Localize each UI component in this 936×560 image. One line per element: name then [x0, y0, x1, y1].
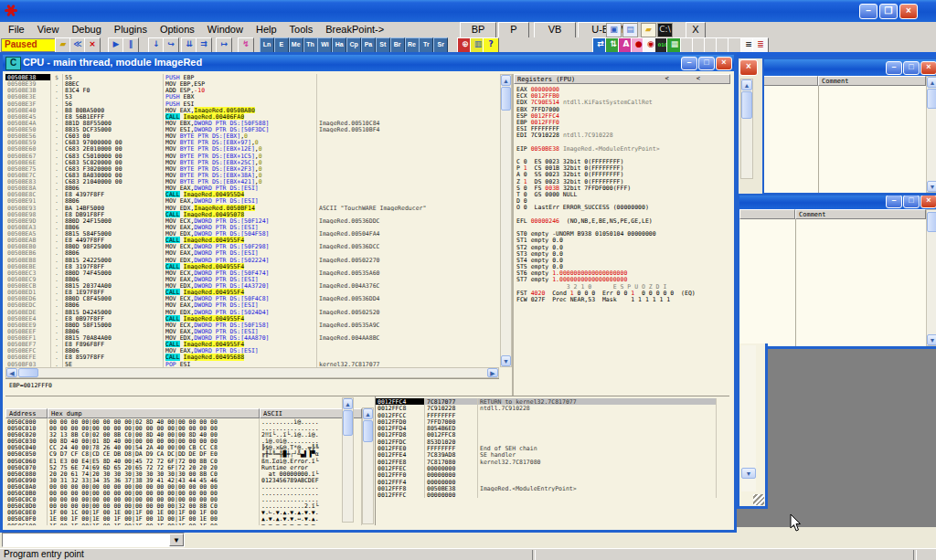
disasm-row[interactable]: 0050BEF1.8B15 70A84A00MOV EDX,DWORD PTR … — [5, 334, 499, 341]
registers-pane[interactable]: Registers (FPU) << EAX 00000000ECX 0012F… — [512, 74, 730, 396]
command-combo-box[interactable]: ▼ — [2, 533, 185, 547]
stack-scrollbar[interactable]: ▲ — [342, 397, 354, 523]
register-line[interactable]: A 0 SS 0023 32bit 0(FFFFFFFF) — [514, 171, 730, 177]
panel-button-me[interactable]: Me — [289, 37, 303, 53]
notes-icon[interactable]: ▤ — [622, 23, 638, 37]
disasm-row[interactable]: 0050BEB8.8B15 24225000MOV EDX,DWORD PTR … — [5, 257, 499, 263]
maximize-icon[interactable]: □ — [903, 61, 920, 75]
stack-pane[interactable]: 0012FFC47C817077RETURN to kernel32.7C817… — [375, 396, 729, 525]
register-line[interactable]: EBX 7FFD7000 — [514, 106, 730, 112]
register-line[interactable]: EAX 00000000 — [514, 86, 730, 92]
dump-row[interactable]: 0050C03000 8D 40 00|01 8D 40 00|00 00 00… — [5, 438, 362, 444]
panel-button-th[interactable]: Th — [303, 37, 318, 53]
register-line[interactable]: O 0 LastErr ERROR_SUCCESS (00000000) — [514, 204, 730, 210]
disasm-row[interactable]: 0050BE98.E8 DB91F8FFCALL ImageRed.004950… — [5, 211, 499, 217]
register-line[interactable]: ST5 empty 0.0 — [514, 263, 730, 269]
minimize-icon[interactable]: – — [886, 61, 902, 75]
menu-button-p[interactable]: P — [498, 22, 529, 38]
disasm-row[interactable]: 0050BED1.E8 1E97F8FFCALL ImageRed.004955… — [5, 289, 499, 295]
menu-item-breakpoint[interactable]: BreakPoint-> — [319, 23, 390, 36]
close-icon[interactable]: × — [920, 195, 936, 208]
stack-row[interactable]: 0012FFE87C817080kernel32.7C817080 — [376, 459, 717, 465]
disasm-row[interactable]: 0050BEB6.8B06MOV EAX,DWORD PTR DS:[ESI] — [5, 249, 499, 256]
stack-row[interactable]: 0012FFC47C817077RETURN to kernel32.7C817… — [376, 398, 717, 405]
goto-button[interactable]: ↯ — [238, 37, 254, 53]
disasm-row[interactable]: 0050BEB0.8B0D 98F25000MOV ECX,DWORD PTR … — [5, 243, 499, 249]
register-line[interactable]: EDX 7C90E514 ntdll.KiFastSystemCallRet — [514, 99, 730, 105]
dump-row[interactable]: 0050C1001F 00 1F 00|1F 00 1F 00|1F 00 1F… — [5, 523, 362, 526]
panel-button-sr[interactable]: Sr — [433, 37, 448, 53]
scroll-thumb[interactable] — [927, 89, 936, 109]
scroll-right-icon[interactable]: ▶ — [487, 368, 498, 377]
menu-item-file[interactable]: File — [2, 23, 31, 36]
dump-row[interactable]: 0050C00000 00 00 00|00 00 00 00|02 8D 40… — [5, 418, 362, 425]
register-line[interactable]: EIP 0050BE38 ImageRed.<ModuleEntryPoint> — [514, 145, 730, 152]
scrollbar[interactable]: ▼ — [741, 345, 756, 491]
disasm-row[interactable]: 0050BEE4.E8 0B97F8FFCALL ImageRed.004955… — [5, 315, 499, 322]
chevron-down-icon[interactable]: ▼ — [169, 534, 184, 546]
scrollbar[interactable]: ▼ — [926, 209, 936, 346]
disasm-row[interactable]: 0050BEDE.8B15 D4245000MOV EDX,DWORD PTR … — [5, 309, 499, 315]
resize-grip-icon[interactable] — [753, 494, 764, 505]
minimize-icon[interactable]: – — [681, 57, 697, 70]
dump-row[interactable]: 0050C0B000 00 00 00|00 00 00 00|00 00 00… — [5, 490, 362, 496]
disasm-row[interactable]: 0050BE56.C603 00MOV BYTE PTR DS:[EBX],0 — [5, 132, 499, 139]
minimize-icon[interactable]: – — [886, 195, 902, 208]
dump-scrollbar[interactable]: ▲ — [362, 407, 374, 524]
toolbar-close-button[interactable]: X — [686, 22, 706, 38]
panel-button-br[interactable]: Br — [390, 37, 405, 53]
scroll-down-icon[interactable]: ▼ — [501, 355, 511, 366]
hex-dump-pane[interactable]: AddressHex dumpASCII 0050C00000 00 00 00… — [5, 396, 375, 525]
register-line[interactable] — [514, 224, 730, 230]
panel-button-ln[interactable]: Ln — [260, 37, 274, 53]
disasm-row[interactable]: 0050BECB.8B15 20374A00MOV EDX,DWORD PTR … — [5, 282, 499, 289]
disasm-row[interactable]: 0050BED6.8B0D C8F45000MOV ECX,DWORD PTR … — [5, 295, 499, 301]
disasm-row[interactable]: 0050BE39.8BECMOV EBP,ESP — [5, 80, 499, 87]
register-line[interactable] — [514, 139, 730, 145]
title-bar[interactable]: – ❐ × — [0, 0, 936, 22]
menu-item-help[interactable]: Help — [250, 23, 283, 36]
disasm-row[interactable]: 0050BE75.C683 F3020000 00MOV BYTE PTR DS… — [5, 165, 499, 172]
scroll-up-icon[interactable]: ▲ — [343, 398, 353, 409]
step-over-button[interactable]: ↪ — [163, 37, 179, 53]
register-line[interactable]: P 1 CS 001B 32bit 0(FFFFFFFF) — [514, 164, 730, 171]
scroll-thumb[interactable] — [343, 410, 353, 436]
disasm-row[interactable]: 0050BE67.C683 C5010000 00MOV BYTE PTR DS… — [5, 153, 499, 159]
stack-row[interactable]: 0012FFC87C910228ntdll.7C910228 — [376, 405, 717, 411]
cpu-window[interactable]: C CPU - main thread, module ImageRed – □… — [0, 52, 737, 533]
disasm-row[interactable]: 0050BE6E.C683 5C020000 00MOV BYTE PTR DS… — [5, 159, 499, 165]
folder-icon[interactable]: ▰ — [641, 23, 656, 37]
register-line[interactable]: D 0 — [514, 197, 730, 204]
disasm-row[interactable]: 0050BE60.C683 2E010000 00MOV BYTE PTR DS… — [5, 145, 499, 152]
registers-nav-icons[interactable]: << — [665, 75, 728, 82]
stack-row[interactable]: 0012FFD07FFD7000 — [376, 418, 717, 425]
stack-row[interactable]: 0012FFCCFFFFFFFF — [376, 412, 717, 418]
register-line[interactable]: T 0 GS 0000 NULL — [514, 191, 730, 197]
register-line[interactable]: ST7 empty 1.0000000000000000000 — [514, 276, 730, 282]
register-line[interactable]: ST4 empty 0.0 — [514, 257, 730, 263]
scroll-up-icon[interactable]: ▲ — [741, 79, 752, 90]
stack-row[interactable]: 0012FFEC00000000 — [376, 465, 717, 471]
register-line[interactable]: ST0 empty -UNORM B938 01050104 00000000 — [514, 230, 730, 237]
disasm-row[interactable]: 0050BE4A.8B1D 88F55000MOV EBX,DWORD PTR … — [5, 120, 499, 126]
panel-button-cp[interactable]: Cp — [346, 37, 361, 53]
dump-row[interactable]: 0050C0D000 00 00 00|00 00 00 00|00 00 00… — [5, 502, 362, 509]
disassembly-pane[interactable]: 0050BE38$55PUSH EBP0050BE39.8BECMOV EBP,… — [5, 74, 499, 367]
disassembly-hscrollbar[interactable]: ◀ ▶ — [5, 367, 499, 378]
menu-item-view[interactable]: View — [31, 23, 66, 36]
close-icon[interactable]: × — [899, 4, 918, 19]
disasm-row[interactable]: 0050BE50.8B35 DCF35000MOV ESI,DWORD PTR … — [5, 126, 499, 132]
disasm-row[interactable]: 0050BEA5.8B15 584F5000MOV EDX,DWORD PTR … — [5, 230, 499, 237]
pages-icon[interactable]: ▣ — [606, 23, 622, 37]
disasm-row[interactable]: 0050BEFC.8B06MOV EAX,DWORD PTR DS:[ESI] — [5, 347, 499, 354]
disasm-row[interactable]: 0050BE83.C683 21040000 00MOV BYTE PTR DS… — [5, 178, 499, 185]
scroll-up-icon[interactable]: ▲ — [927, 77, 936, 88]
disasm-row[interactable]: 0050BE59.C683 97000000 00MOV BYTE PTR DS… — [5, 139, 499, 145]
stack-row[interactable]: 0012FFD48054B6ED — [376, 425, 717, 431]
disasm-row[interactable]: 0050BF03.5EPOP ESIkernel32.7C817077 — [5, 361, 499, 367]
register-line[interactable]: EBP 0012FFF0 — [514, 119, 730, 125]
menu-item-plugins[interactable]: Plugins — [108, 23, 154, 36]
menu-item-debug[interactable]: Debug — [65, 23, 107, 36]
disasm-row[interactable]: 0050BE38$55PUSH EBP — [5, 74, 499, 80]
dump-row[interactable]: 0050C050C9 D7 CF C8|CD CE DB D8|DA D9 CA… — [5, 450, 362, 457]
